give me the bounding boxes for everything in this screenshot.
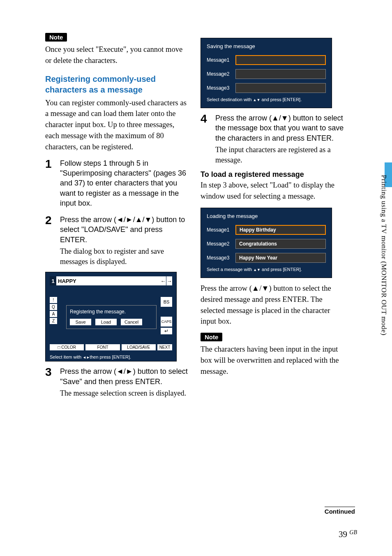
foot-suffix: and press [ENTER]. (262, 267, 302, 272)
msg1-label: Message1 (207, 57, 232, 63)
msg1-box (235, 55, 326, 65)
step-3-title: Press the arrow (◄/►) button to select "… (60, 366, 189, 387)
hint-prefix: Select item with (50, 354, 81, 359)
tab-font: FONT (85, 344, 120, 350)
register-dialog-screenshot: 1 HAPPY ← → ! Q A Z BS CAPS ↵ Registerin… (45, 272, 177, 361)
key: ! (50, 297, 57, 303)
foot-arrow-icons: ▲▼ (253, 98, 261, 102)
msg1-label: Message1 (207, 227, 232, 233)
step-3: 3 Press the arrow (◄/►) button to select… (45, 366, 189, 398)
key-caps: CAPS (161, 317, 172, 327)
tab-loadsave: LOAD/SAVE (122, 344, 156, 350)
key: A (50, 311, 57, 317)
step-2: 2 Press the arrow (◄/►/▲/▼) button to se… (45, 215, 189, 267)
step-num: 1 (45, 158, 54, 170)
foot-arrow-icons: ▲▼ (253, 268, 261, 272)
msg3-box: Happy New Year (235, 253, 326, 263)
foot-prefix: Select a message with (207, 267, 252, 272)
continued-label: Continued (325, 507, 355, 515)
load-after: Press the arrow (▲/▼) button to select t… (201, 283, 344, 327)
saving-message-screenshot: Saving the message Message1 Message2 Mes… (201, 38, 332, 108)
dialog-title: Registering the message. (70, 309, 153, 315)
step-num: 3 (45, 366, 54, 378)
note-text-top: Once you select "Execute", you cannot mo… (45, 44, 189, 66)
dialog-load-button: Load (95, 319, 117, 325)
sim-title: Saving the message (207, 43, 326, 49)
msg1-box: Happy Birthday (235, 225, 326, 235)
hint-arrow-icons: ◄► (83, 355, 88, 359)
tab-next: NEXT (157, 344, 172, 350)
page-number: 39 GB (339, 529, 357, 540)
note-badge: Note (201, 333, 222, 341)
cursor-left-icon: ← (160, 276, 166, 285)
load-body: In step 3 above, select "Load" to displa… (201, 180, 344, 202)
step-1-title: Follow steps 1 through 5 in "Superimposi… (60, 158, 189, 208)
step-num: 4 (201, 113, 210, 125)
msg2-label: Message2 (207, 71, 232, 77)
msg2-label: Message2 (207, 241, 232, 247)
msg3-label: Message3 (207, 85, 232, 91)
input-index: 1 (50, 276, 56, 285)
msg3-label: Message3 (207, 255, 232, 261)
key: Q (50, 304, 57, 310)
tab-color: COLOR (50, 344, 84, 350)
step-4-sub: The input characters are registered as a… (215, 145, 344, 165)
side-text: Printing using a TV monitor (MONITOR OUT… (380, 175, 388, 336)
key: Z (50, 318, 57, 324)
loading-message-screenshot: Loading the message Message1Happy Birthd… (201, 208, 332, 278)
note-text-bottom: The characters having been input in the … (201, 344, 344, 377)
section-intro: You can register commonly-used character… (45, 97, 189, 153)
note-badge: Note (45, 33, 67, 42)
key-enter-icon: ↵ (161, 328, 172, 334)
cursor-right-icon: → (166, 276, 172, 285)
dialog-cancel-button: Cancel (121, 319, 142, 325)
input-text: HAPPY (58, 278, 76, 284)
msg2-box (235, 69, 326, 79)
step-3-sub: The message selection screen is displaye… (60, 388, 189, 398)
foot-prefix: Select destination with (207, 97, 251, 102)
step-2-sub: The dialog box to register and save mess… (60, 246, 189, 267)
step-num: 2 (45, 215, 54, 226)
load-heading: To load a registered message (201, 170, 344, 179)
section-heading: Registering commonly-used characters as … (45, 74, 189, 95)
step-1: 1 Follow steps 1 through 5 in "Superimpo… (45, 158, 189, 210)
step-4-title: Press the arrow (▲/▼) button to select t… (215, 113, 344, 143)
msg2-box: Congratulations (235, 239, 326, 249)
hint-suffix: then press [ENTER]. (90, 354, 131, 359)
step-4: 4 Press the arrow (▲/▼) button to select… (201, 113, 344, 165)
foot-suffix: and press [ENTER]. (261, 97, 302, 102)
dialog-save-button: Save (70, 319, 91, 325)
sim-title: Loading the message (207, 213, 326, 219)
key-bs: BS (161, 297, 172, 307)
msg3-box (235, 83, 326, 93)
step-2-title: Press the arrow (◄/►/▲/▼) button to sele… (60, 215, 189, 245)
